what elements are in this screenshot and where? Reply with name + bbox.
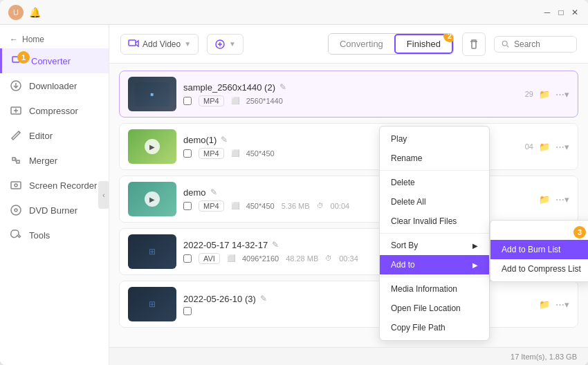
sidebar-item-compressor[interactable]: Compressor <box>0 98 109 123</box>
bell-icon[interactable]: 🔔 <box>29 7 41 18</box>
add-video-label: Add Video <box>143 39 181 49</box>
downloader-icon <box>10 79 22 92</box>
resolution: 450*450 <box>246 149 275 158</box>
format-tag: AVI <box>199 253 220 264</box>
folder-icon[interactable]: 📁 <box>539 89 550 100</box>
edit-name-icon[interactable]: ✎ <box>272 240 279 250</box>
svg-rect-7 <box>129 40 136 46</box>
tab-converting[interactable]: Converting <box>329 34 394 54</box>
converter-badge: 1 <box>17 51 30 64</box>
add-btn-dropdown-icon: ▼ <box>229 40 236 48</box>
clock-icon: ⏱ <box>325 254 332 262</box>
file-thumbnail: ▶ <box>128 129 176 164</box>
checkbox[interactable] <box>183 149 192 158</box>
resolution-icon: ⬜ <box>231 202 239 209</box>
ctx-sort-by[interactable]: Sort By ▶ <box>380 236 489 255</box>
ctx-delete[interactable]: Delete <box>380 173 489 192</box>
dvd-burner-icon <box>10 204 22 216</box>
file-name: sample_2560x1440 (2) ✎ <box>183 82 518 93</box>
submenu-arrow-icon: ▶ <box>472 242 478 250</box>
finished-tab-badge: 2 <box>443 33 454 42</box>
back-label: Home <box>22 35 44 44</box>
size: 48.28 MB <box>286 254 318 263</box>
main-layout: ← Home 1 Converter Downloader <box>0 25 588 365</box>
resolution-icon: ⬜ <box>227 254 235 262</box>
resolution-icon: ⬜ <box>231 149 239 157</box>
search-box[interactable] <box>494 36 577 53</box>
ctx-clear-invalid[interactable]: Clear Invalid Files <box>380 212 489 231</box>
edit-name-icon[interactable]: ✎ <box>279 82 286 92</box>
delete-button[interactable] <box>462 32 486 56</box>
ctx-media-info[interactable]: Media Information <box>380 279 489 299</box>
svg-point-6 <box>15 209 17 212</box>
sidebar-item-downloader[interactable]: Downloader <box>0 73 109 98</box>
maximize-button[interactable]: □ <box>556 8 566 17</box>
more-options-icon[interactable]: ⋯▾ <box>555 89 569 100</box>
sidebar-editor-label: Editor <box>29 131 53 141</box>
sidebar-downloader-label: Downloader <box>29 81 77 91</box>
file-thumbnail: ▶ <box>128 182 176 216</box>
checkbox[interactable] <box>183 202 192 210</box>
sidebar-screen-recorder-label: Screen Recorder <box>29 180 97 191</box>
add-btn[interactable]: ▼ <box>207 34 244 55</box>
sidebar-item-converter[interactable]: 1 Converter <box>0 48 109 73</box>
submenu-arrow-icon: ▶ <box>472 261 478 269</box>
checkbox[interactable] <box>183 97 192 105</box>
app-window: U 🔔 ─ □ ✕ ← Home 1 Converter <box>0 0 588 365</box>
search-input[interactable] <box>514 39 569 49</box>
duration: 00:04 <box>331 202 350 210</box>
sidebar-item-screen-recorder[interactable]: Screen Recorder <box>0 173 109 198</box>
file-actions: 29 📁 ⋯▾ <box>525 89 569 100</box>
file-thumbnail: ⊞ <box>128 287 176 321</box>
file-thumbnail: ■ <box>128 77 176 111</box>
status-text: 17 Item(s), 1.83 GB <box>511 353 577 361</box>
editor-icon <box>10 129 22 142</box>
ctx-copy-path[interactable]: Copy File Path <box>380 318 489 337</box>
context-menu-wrapper: Play Rename Delete Delete All Clear Inva… <box>379 126 588 341</box>
sidebar-item-merger[interactable]: Merger <box>0 148 109 173</box>
close-button[interactable]: ✕ <box>570 8 580 17</box>
edit-name-icon[interactable]: ✎ <box>260 294 267 303</box>
back-arrow-icon: ← <box>10 35 18 44</box>
checkbox[interactable] <box>183 307 192 315</box>
file-thumbnail: ⊞ <box>128 234 176 269</box>
ctx-open-location[interactable]: Open File Location <box>380 299 489 318</box>
submenu-compress-list[interactable]: Add to Compress List <box>490 259 588 279</box>
submenu-badge: 3 <box>573 226 586 238</box>
add-video-button[interactable]: Add Video ▼ <box>120 34 199 55</box>
file-info: sample_2560x1440 (2) ✎ MP4 ⬜ 2560*1440 <box>183 82 518 106</box>
ctx-divider3 <box>380 277 489 277</box>
compressor-icon <box>10 104 22 117</box>
play-icon: ▶ <box>145 191 160 207</box>
edit-name-icon[interactable]: ✎ <box>210 187 217 197</box>
file-item[interactable]: ■ sample_2560x1440 (2) ✎ MP4 <box>119 71 578 118</box>
sidebar-converter-label: Converter <box>31 56 71 66</box>
resolution: 2560*1440 <box>246 97 283 105</box>
checkbox[interactable] <box>183 254 192 263</box>
clock-icon: ⏱ <box>317 202 324 209</box>
tools-icon <box>10 229 22 241</box>
minimize-button[interactable]: ─ <box>542 8 552 17</box>
svg-rect-3 <box>11 182 21 189</box>
tab-finished[interactable]: Finished 2 <box>394 34 453 54</box>
content-area: Add Video ▼ ▼ Converting Finished 2 <box>109 25 588 365</box>
toolbar: Add Video ▼ ▼ Converting Finished 2 <box>109 25 588 64</box>
format-tag: MP4 <box>199 148 224 159</box>
sidebar-item-tools[interactable]: Tools <box>0 223 109 247</box>
ctx-rename[interactable]: Rename <box>380 149 489 168</box>
title-bar-left: U 🔔 <box>8 5 41 20</box>
sidebar-item-dvd-burner[interactable]: DVD Burner <box>0 198 109 223</box>
submenu-burn-list[interactable]: Add to Burn List <box>490 240 588 259</box>
sidebar-toggle-button[interactable]: ‹ <box>98 181 109 209</box>
svg-point-5 <box>11 205 21 215</box>
edit-name-icon[interactable]: ✎ <box>221 135 228 144</box>
title-bar: U 🔔 ─ □ ✕ <box>0 0 588 25</box>
sidebar-item-editor[interactable]: Editor <box>0 123 109 148</box>
ctx-delete-all[interactable]: Delete All <box>380 192 489 212</box>
back-home-button[interactable]: ← Home <box>0 30 109 48</box>
ctx-play[interactable]: Play <box>380 129 489 149</box>
play-icon: ▶ <box>145 139 160 154</box>
format-tag: MP4 <box>199 200 224 212</box>
sidebar: ← Home 1 Converter Downloader <box>0 25 109 365</box>
ctx-add-to[interactable]: Add to ▶ <box>380 255 489 274</box>
